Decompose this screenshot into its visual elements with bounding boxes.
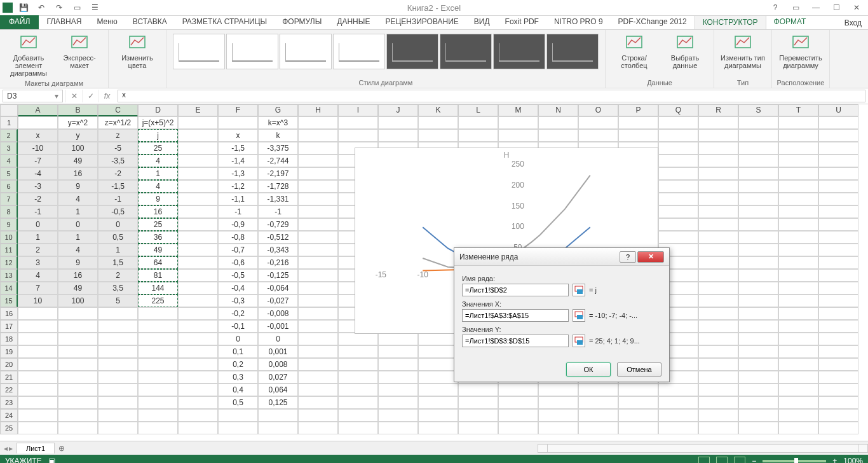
cell-E13[interactable] xyxy=(178,269,218,282)
row-header-2[interactable]: 2 xyxy=(0,129,18,142)
cell-S24[interactable] xyxy=(738,409,778,422)
cell-E16[interactable] xyxy=(178,307,218,320)
cell-N25[interactable] xyxy=(538,422,578,434)
cell-E7[interactable] xyxy=(178,193,218,205)
cell-C10[interactable]: 0,5 xyxy=(98,231,138,244)
cell-R13[interactable] xyxy=(698,269,738,282)
cell-R3[interactable] xyxy=(698,142,738,155)
cell-D8[interactable]: 16 xyxy=(138,205,178,218)
row-header-18[interactable]: 18 xyxy=(0,333,18,345)
cell-E8[interactable] xyxy=(178,205,218,218)
cell-G19[interactable]: 0,001 xyxy=(258,345,298,358)
sheet-nav-first[interactable]: ◂ xyxy=(4,444,8,453)
cell-R18[interactable] xyxy=(698,333,738,345)
cell-F7[interactable]: -1,1 xyxy=(218,193,258,205)
cell-I22[interactable] xyxy=(338,384,378,396)
cell-G16[interactable]: -0,008 xyxy=(258,307,298,320)
cell-H18[interactable] xyxy=(298,333,338,345)
cell-J1[interactable] xyxy=(378,116,418,129)
cell-R21[interactable] xyxy=(698,371,738,384)
cell-N2[interactable] xyxy=(538,129,578,142)
cell-P25[interactable] xyxy=(618,422,658,434)
cell-H23[interactable] xyxy=(298,396,338,409)
sign-in[interactable]: Вход xyxy=(838,17,868,29)
dialog-help-button[interactable]: ? xyxy=(620,251,636,263)
cell-T18[interactable] xyxy=(778,333,818,345)
cell-S1[interactable] xyxy=(738,116,778,129)
cell-F23[interactable]: 0,5 xyxy=(218,396,258,409)
cell-S4[interactable] xyxy=(738,155,778,167)
cell-O22[interactable] xyxy=(578,384,618,396)
cell-T16[interactable] xyxy=(778,307,818,320)
row-header-6[interactable]: 6 xyxy=(0,180,18,193)
cell-H20[interactable] xyxy=(298,358,338,371)
tab-3[interactable]: РАЗМЕТКА СТРАНИЦЫ xyxy=(175,15,275,29)
cell-E19[interactable] xyxy=(178,345,218,358)
cell-H7[interactable] xyxy=(298,193,338,205)
zoom-slider[interactable] xyxy=(763,460,826,462)
cell-C8[interactable]: -0,5 xyxy=(98,205,138,218)
cell-C20[interactable] xyxy=(98,358,138,371)
row-header-8[interactable]: 8 xyxy=(0,205,18,218)
cell-F17[interactable]: -0,1 xyxy=(218,320,258,333)
cell-U1[interactable] xyxy=(818,116,858,129)
row-header-10[interactable]: 10 xyxy=(0,231,18,244)
cell-H6[interactable] xyxy=(298,180,338,193)
cell-U24[interactable] xyxy=(818,409,858,422)
cell-A18[interactable] xyxy=(18,333,58,345)
cell-P23[interactable] xyxy=(618,396,658,409)
cell-E2[interactable] xyxy=(178,129,218,142)
tab-7[interactable]: ВИД xyxy=(466,15,498,29)
cell-U6[interactable] xyxy=(818,180,858,193)
chart-style-6[interactable] xyxy=(493,34,545,69)
cell-T10[interactable] xyxy=(778,231,818,244)
cell-E17[interactable] xyxy=(178,320,218,333)
cell-N23[interactable] xyxy=(538,396,578,409)
cell-C25[interactable] xyxy=(98,422,138,434)
cell-S25[interactable] xyxy=(738,422,778,434)
cell-U8[interactable] xyxy=(818,205,858,218)
tab-0[interactable]: ГЛАВНАЯ xyxy=(39,15,89,29)
cell-C4[interactable]: -3,5 xyxy=(98,155,138,167)
cell-A13[interactable]: 4 xyxy=(18,269,58,282)
cell-A2[interactable]: x xyxy=(18,129,58,142)
cell-R23[interactable] xyxy=(698,396,738,409)
tab-1[interactable]: Меню xyxy=(89,15,125,29)
cell-D25[interactable] xyxy=(138,422,178,434)
cell-D5[interactable]: 1 xyxy=(138,167,178,180)
cell-R10[interactable] xyxy=(698,231,738,244)
cell-G13[interactable]: -0,125 xyxy=(258,269,298,282)
cell-U9[interactable] xyxy=(818,218,858,231)
ref-picker-name[interactable] xyxy=(573,284,585,296)
cell-G7[interactable]: -1,331 xyxy=(258,193,298,205)
cell-G11[interactable]: -0,343 xyxy=(258,244,298,256)
cell-F18[interactable]: 0 xyxy=(218,333,258,345)
view-pagebreak[interactable] xyxy=(734,457,745,463)
cell-D4[interactable]: 4 xyxy=(138,155,178,167)
cell-M22[interactable] xyxy=(498,384,538,396)
cell-R9[interactable] xyxy=(698,218,738,231)
cell-A16[interactable] xyxy=(18,307,58,320)
row-header-9[interactable]: 9 xyxy=(0,218,18,231)
cell-R4[interactable] xyxy=(698,155,738,167)
cell-B18[interactable] xyxy=(58,333,98,345)
cell-D17[interactable] xyxy=(138,320,178,333)
cell-D7[interactable]: 9 xyxy=(138,193,178,205)
cell-A20[interactable] xyxy=(18,358,58,371)
col-header-G[interactable]: G xyxy=(258,104,298,116)
dialog-cancel-button[interactable]: Отмена xyxy=(617,363,661,377)
col-header-S[interactable]: S xyxy=(738,104,778,116)
cell-H5[interactable] xyxy=(298,167,338,180)
cell-F15[interactable]: -0,3 xyxy=(218,294,258,307)
cell-H8[interactable] xyxy=(298,205,338,218)
cell-G14[interactable]: -0,064 xyxy=(258,282,298,294)
tab-2[interactable]: ВСТАВКА xyxy=(125,15,175,29)
cell-B22[interactable] xyxy=(58,384,98,396)
cell-T2[interactable] xyxy=(778,129,818,142)
cell-T8[interactable] xyxy=(778,205,818,218)
cell-S12[interactable] xyxy=(738,256,778,269)
cell-B11[interactable]: 4 xyxy=(58,244,98,256)
cell-S10[interactable] xyxy=(738,231,778,244)
cell-G21[interactable]: 0,027 xyxy=(258,371,298,384)
cell-H14[interactable] xyxy=(298,282,338,294)
